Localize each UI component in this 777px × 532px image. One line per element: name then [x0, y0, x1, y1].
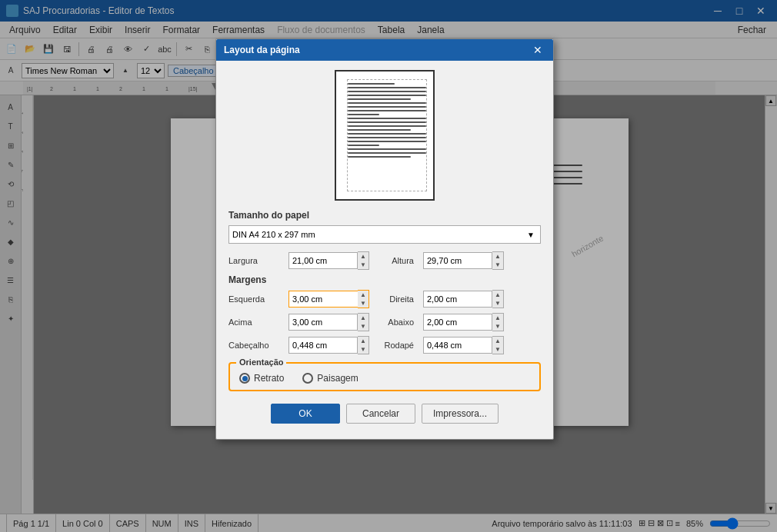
portrait-label: Retrato — [254, 373, 284, 384]
dialog-content: Tamanho do papel DIN A4 210 x 297 mm ▼ L… — [216, 61, 553, 439]
header-input[interactable] — [288, 337, 358, 354]
header-up[interactable]: ▲ — [358, 337, 368, 345]
prev-line-9 — [348, 114, 379, 115]
bottom-up[interactable]: ▲ — [492, 314, 503, 322]
paper-size-select[interactable]: DIN A4 210 x 297 mm — [228, 225, 541, 244]
header-down[interactable]: ▼ — [358, 345, 368, 354]
left-right-row: Esquerda ▲ ▼ Direita ▲ ▼ — [228, 290, 541, 308]
prev-line-14 — [348, 133, 426, 135]
cancel-button[interactable]: Cancelar — [346, 404, 415, 424]
margins-section: Margens Esquerda ▲ ▼ Direita — [228, 274, 541, 354]
ok-button[interactable]: OK — [271, 404, 340, 424]
prev-line-1 — [348, 83, 395, 85]
portrait-option[interactable]: Retrato — [239, 373, 284, 384]
height-down[interactable]: ▼ — [492, 261, 503, 269]
width-input-wrap: ▲ ▼ — [288, 251, 369, 270]
prev-line-20 — [348, 156, 411, 158]
width-spinners: ▲ ▼ — [358, 251, 369, 270]
dialog-title: Layout da página — [224, 45, 300, 55]
orientation-legend: Orientação — [236, 357, 286, 367]
landscape-radio[interactable] — [302, 373, 313, 384]
orientation-options: Retrato Paisagem — [239, 373, 530, 384]
top-input-wrap: ▲ ▼ — [288, 313, 369, 331]
bottom-input[interactable] — [423, 314, 492, 331]
top-spinners: ▲ ▼ — [358, 313, 369, 331]
left-up[interactable]: ▲ — [358, 291, 368, 299]
top-down[interactable]: ▼ — [358, 322, 368, 331]
orientation-group: Orientação Retrato Paisagem — [228, 362, 541, 391]
left-spinners: ▲ ▼ — [358, 290, 369, 308]
bottom-label: Abaixo — [375, 318, 414, 327]
footer-input[interactable] — [423, 337, 492, 354]
height-input-wrap: ▲ ▼ — [423, 251, 504, 270]
bottom-spinners: ▲ ▼ — [492, 313, 504, 331]
left-input-wrap: ▲ ▼ — [288, 290, 369, 308]
bottom-input-wrap: ▲ ▼ — [423, 313, 504, 331]
width-label: Largura — [228, 256, 282, 265]
header-margin-label: Cabeçalho — [228, 341, 282, 350]
dialog-close-button[interactable]: ✕ — [530, 42, 545, 58]
bottom-down[interactable]: ▼ — [492, 322, 503, 331]
prev-line-6 — [348, 102, 426, 104]
prev-line-2 — [348, 87, 426, 88]
height-up[interactable]: ▲ — [492, 252, 503, 261]
top-bottom-row: Acima ▲ ▼ Abaixo ▲ ▼ — [228, 313, 541, 331]
margins-title: Margens — [228, 274, 541, 285]
prev-line-3 — [348, 91, 426, 92]
footer-margin-label: Rodapé — [375, 341, 414, 350]
prev-line-7 — [348, 106, 426, 108]
height-input[interactable] — [423, 252, 492, 269]
right-spinners: ▲ ▼ — [492, 290, 504, 308]
width-up[interactable]: ▲ — [358, 252, 368, 261]
width-down[interactable]: ▼ — [358, 261, 368, 269]
right-label: Direita — [375, 294, 414, 304]
page-preview — [335, 70, 435, 201]
left-label: Esquerda — [228, 294, 282, 304]
prev-line-16 — [348, 141, 426, 142]
dialog-overlay: Layout da página ✕ — [0, 0, 777, 532]
prev-line-13 — [348, 129, 411, 131]
right-input[interactable] — [423, 291, 492, 308]
top-label: Acima — [228, 318, 282, 327]
footer-spinners: ▲ ▼ — [492, 336, 504, 354]
prev-line-12 — [348, 125, 426, 127]
prev-line-15 — [348, 137, 426, 138]
page-layout-dialog: Layout da página ✕ — [215, 38, 554, 440]
dialog-buttons: OK Cancelar Impressora... — [228, 401, 541, 430]
prev-line-19 — [348, 152, 426, 154]
dimensions-row: Largura ▲ ▼ Altura ▲ ▼ — [228, 251, 541, 270]
width-input[interactable] — [288, 252, 358, 269]
left-input[interactable] — [288, 291, 358, 308]
footer-input-wrap: ▲ ▼ — [423, 336, 504, 354]
prev-line-17 — [348, 145, 379, 146]
right-input-wrap: ▲ ▼ — [423, 290, 504, 308]
landscape-option[interactable]: Paisagem — [302, 373, 358, 384]
top-input[interactable] — [288, 314, 358, 331]
footer-down[interactable]: ▼ — [492, 345, 503, 354]
prev-line-4 — [348, 95, 426, 96]
left-down[interactable]: ▼ — [358, 299, 368, 308]
portrait-radio[interactable] — [239, 373, 250, 384]
header-spinners: ▲ ▼ — [358, 336, 369, 354]
header-input-wrap: ▲ ▼ — [288, 336, 369, 354]
header-footer-row: Cabeçalho ▲ ▼ Rodapé ▲ ▼ — [228, 336, 541, 354]
portrait-dot — [242, 376, 248, 381]
dialog-titlebar: Layout da página ✕ — [216, 39, 553, 61]
prev-line-5 — [348, 98, 411, 100]
landscape-label: Paisagem — [317, 373, 358, 384]
height-spinners: ▲ ▼ — [492, 251, 504, 270]
height-label: Altura — [375, 256, 414, 265]
prev-line-11 — [348, 121, 426, 123]
footer-up[interactable]: ▲ — [492, 337, 503, 345]
prev-line-10 — [348, 118, 426, 119]
right-down[interactable]: ▼ — [492, 299, 503, 308]
page-preview-inner — [347, 79, 427, 191]
top-up[interactable]: ▲ — [358, 314, 368, 322]
printer-button[interactable]: Impressora... — [422, 404, 499, 424]
paper-size-section: Tamanho do papel DIN A4 210 x 297 mm ▼ — [228, 210, 541, 244]
paper-size-title: Tamanho do papel — [228, 210, 541, 221]
prev-line-18 — [348, 148, 426, 150]
right-up[interactable]: ▲ — [492, 291, 503, 299]
prev-line-8 — [348, 110, 426, 111]
paper-size-row: DIN A4 210 x 297 mm ▼ — [228, 225, 541, 244]
